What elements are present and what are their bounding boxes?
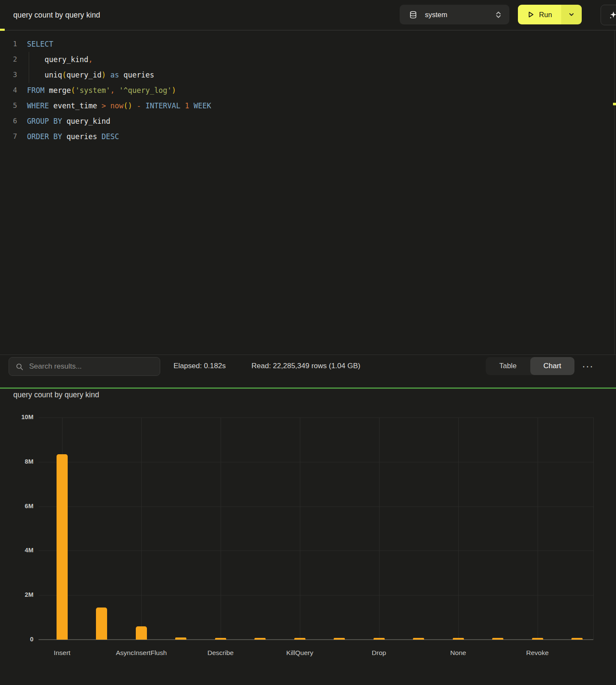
code-line: 3 uniq(query_id) as queries xyxy=(0,67,616,83)
search-icon xyxy=(15,363,24,371)
bar xyxy=(175,637,186,640)
chevron-down-icon xyxy=(568,12,574,18)
y-tick-label: 2M xyxy=(8,591,33,598)
toggle-table[interactable]: Table xyxy=(486,357,530,375)
line-number: 7 xyxy=(0,129,17,144)
x-tick-label: Revoke xyxy=(499,649,576,657)
x-gridline xyxy=(39,551,593,551)
run-button-group: Run xyxy=(518,5,582,24)
code-line: 2 query_kind, xyxy=(0,52,616,67)
line-number: 5 xyxy=(0,98,17,113)
code-text: WHERE event_time > now() - INTERVAL 1 WE… xyxy=(27,98,211,113)
code-line: 1SELECT xyxy=(0,36,616,52)
code-line: 6GROUP BY query_kind xyxy=(0,113,616,129)
y-tick-label: 6M xyxy=(8,503,33,509)
bar xyxy=(136,626,147,640)
bar xyxy=(96,608,107,640)
code-text: SELECT xyxy=(27,36,53,52)
bar xyxy=(374,638,385,640)
y-gridline xyxy=(458,417,459,640)
query-header: query count by query kind system Run xyxy=(0,0,616,30)
code-text: FROM merge('system', '^query_log') xyxy=(27,83,176,98)
bar xyxy=(453,638,464,640)
bar xyxy=(413,638,424,640)
active-tab-indicator xyxy=(0,29,5,31)
sql-editor-lines: 1SELECT2 query_kind,3 uniq(query_id) as … xyxy=(0,36,616,144)
chart-panel: query count by query kind 02M4M6M8M10MIn… xyxy=(0,389,616,685)
line-number: 2 xyxy=(0,52,17,67)
code-text: query_kind, xyxy=(27,52,93,67)
y-gridline xyxy=(593,417,594,640)
sparkle-icon xyxy=(609,10,616,20)
x-tick-label: None xyxy=(420,649,497,657)
code-text: ORDER BY queries DESC xyxy=(27,129,119,144)
search-results-input[interactable] xyxy=(28,362,154,371)
y-gridline xyxy=(379,417,380,640)
x-tick-label: Insert xyxy=(24,649,101,657)
toggle-chart[interactable]: Chart xyxy=(530,357,575,375)
code-text: uniq(query_id) as queries xyxy=(27,67,154,83)
ai-assistant-button[interactable] xyxy=(601,5,616,25)
y-gridline xyxy=(141,417,142,640)
x-tick-label: Describe xyxy=(182,649,259,657)
x-gridline xyxy=(39,506,593,507)
more-options-button[interactable]: ··· xyxy=(579,357,596,375)
y-gridline xyxy=(221,417,221,640)
search-results-box[interactable] xyxy=(9,357,160,376)
bar-chart: 02M4M6M8M10MInsertAsyncInsertFlushDescri… xyxy=(0,389,616,685)
table-chart-toggle: TableChart xyxy=(486,357,574,375)
code-line: 7ORDER BY queries DESC xyxy=(0,129,616,144)
x-gridline xyxy=(39,595,593,596)
play-icon xyxy=(527,11,535,18)
x-tick-label: AsyncInsertFlush xyxy=(103,649,180,657)
bar xyxy=(492,638,503,640)
x-axis-line xyxy=(39,639,593,640)
bar xyxy=(215,638,226,640)
database-icon xyxy=(409,11,417,19)
editor-overview-ruler xyxy=(614,30,615,354)
bar xyxy=(294,638,305,640)
line-number: 6 xyxy=(0,113,17,129)
database-selector-value: system xyxy=(425,11,495,19)
x-tick-label: Drop xyxy=(341,649,418,657)
y-tick-label: 0 xyxy=(8,636,33,643)
query-title: query count by query kind xyxy=(13,0,100,30)
run-button-label: Run xyxy=(539,11,552,19)
line-number: 3 xyxy=(0,67,17,83)
run-options-button[interactable] xyxy=(561,5,582,24)
x-gridline xyxy=(39,417,593,418)
line-number: 4 xyxy=(0,83,17,98)
x-tick-label: KillQuery xyxy=(261,649,338,657)
code-text: GROUP BY query_kind xyxy=(27,113,110,129)
indent-guide xyxy=(29,52,29,83)
line-number: 1 xyxy=(0,36,17,52)
code-line: 5WHERE event_time > now() - INTERVAL 1 W… xyxy=(0,98,616,113)
bar xyxy=(334,638,345,640)
read-stat: Read: 22,285,349 rows (1.04 GB) xyxy=(251,355,360,377)
y-tick-label: 10M xyxy=(8,414,33,420)
y-tick-label: 8M xyxy=(8,458,33,465)
bar xyxy=(57,454,68,640)
updown-chevron-icon xyxy=(495,11,502,19)
bar xyxy=(254,638,266,640)
database-selector[interactable]: system xyxy=(400,5,509,24)
y-gridline xyxy=(300,417,300,640)
bar xyxy=(532,638,543,640)
y-gridline xyxy=(538,417,538,640)
run-button[interactable]: Run xyxy=(518,5,561,24)
editor-cursor-marker xyxy=(613,103,616,105)
y-tick-label: 4M xyxy=(8,547,33,554)
x-gridline xyxy=(39,462,593,462)
results-toolbar: Elapsed: 0.182s Read: 22,285,349 rows (1… xyxy=(0,354,616,388)
bar xyxy=(571,638,583,640)
code-line: 4FROM merge('system', '^query_log') xyxy=(0,83,616,98)
sql-editor[interactable]: 1SELECT2 query_kind,3 uniq(query_id) as … xyxy=(0,30,616,354)
elapsed-stat: Elapsed: 0.182s xyxy=(173,355,226,377)
